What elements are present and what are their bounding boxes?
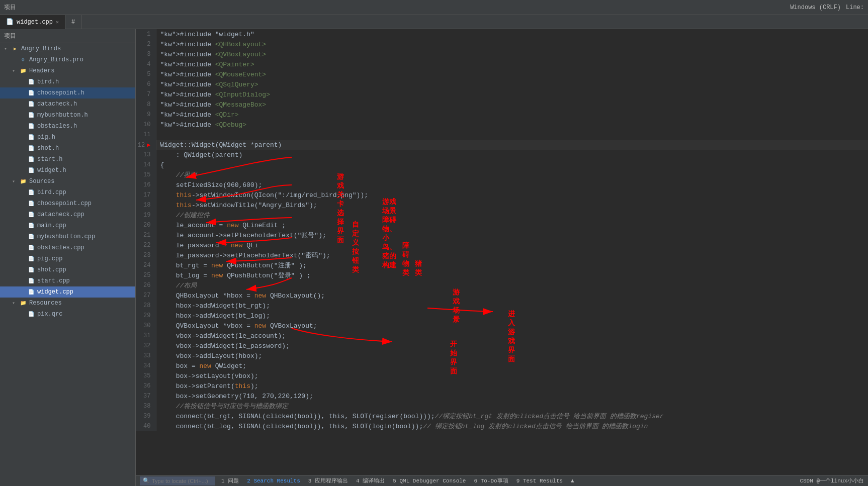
status-item-todo[interactable]: 6 To-Do事项 (470, 475, 512, 487)
tree-item-angry-birds[interactable]: ▾▶Angry_Birds (0, 43, 135, 54)
project-label: 项目 (4, 3, 16, 12)
tree-arrow: ▾ (4, 46, 11, 52)
code-line-3: "kw">#include <QVBoxLayout> (156, 49, 868, 59)
tab-close-icon[interactable]: ✕ (56, 19, 59, 25)
tree-item-mybushbutton-h[interactable]: 📄mybushbutton.h (0, 110, 135, 121)
tree-item-obstacles-h[interactable]: 📄obstacles.h (0, 121, 135, 132)
line-number-13: 13 (136, 150, 156, 160)
code-line-34: box = new QWidget; (156, 361, 868, 371)
tree-item-label: datacheck.h (37, 101, 77, 108)
tree-file-icon: 📄 (27, 89, 35, 97)
line-number-21: 21 (136, 230, 156, 240)
tab-widget-cpp[interactable]: 📄 widget.cpp ✕ (0, 15, 65, 29)
code-line-36: box->setParent(this); (156, 381, 868, 391)
tree-file-icon: 📄 (27, 310, 35, 318)
line-number-23: 23 (136, 250, 156, 260)
tab-bar: 📄 widget.cpp ✕ # (0, 15, 868, 29)
tree-item-sources[interactable]: ▾📁Sources (0, 176, 135, 187)
code-line-40: connect(bt_log, SIGNAL(clicked(bool)), t… (156, 421, 868, 431)
windows-crlf-label: Windows (CRLF) (790, 4, 841, 11)
search-box[interactable]: 🔍 (140, 476, 215, 485)
status-item-qml-debugger[interactable]: 5 QML Debugger Console (389, 475, 470, 487)
code-line-33: vbox->addLayout(hbox); (156, 351, 868, 361)
line-number-15: 15 (136, 170, 156, 180)
tree-item-mybushbutton-cpp[interactable]: 📄mybushbutton.cpp (0, 231, 135, 242)
tree-item-angry-birds-pro[interactable]: ⚙Angry_Birds.pro (0, 54, 135, 65)
code-line-23: le_password->setPlaceholderText("密码"); (156, 250, 868, 260)
tree-item-label: Angry_Birds.pro (29, 56, 83, 63)
tab-widget-cpp-label: widget.cpp (17, 19, 53, 26)
tree-item-choosepoint-cpp[interactable]: 📄choosepoint.cpp (0, 198, 135, 209)
status-item-problems[interactable]: 1 问题 (217, 475, 243, 487)
tree-item-start-h[interactable]: 📄start.h (0, 154, 135, 165)
line-number-38: 38 (136, 401, 156, 411)
line-number-10: 10 (136, 120, 156, 130)
tree-item-label: shot.h (37, 145, 59, 152)
tree-file-icon: 📄 (27, 122, 35, 130)
line-number-6: 6 (136, 79, 156, 89)
tree-file-icon: 📄 (27, 155, 35, 163)
status-right: CSDN @一个linux小小白 (800, 477, 864, 484)
code-line-26: //布局 (156, 280, 868, 290)
tree-item-start-cpp[interactable]: 📄start.cpp (0, 275, 135, 286)
line-number-30: 30 (136, 321, 156, 331)
line-number-7: 7 (136, 89, 156, 100)
line-number-20: 20 (136, 220, 156, 230)
line-number-26: 26 (136, 280, 156, 290)
tree-item-shot-cpp[interactable]: 📄shot.cpp (0, 264, 135, 275)
line-number-32: 32 (136, 341, 156, 351)
status-bar: 🔍 1 问题2 Search Results3 应用程序输出4 编译输出5 QM… (136, 475, 868, 486)
tab-hash-label: # (71, 19, 75, 26)
code-line-20: le_account = new QLineEdit ; (156, 220, 868, 230)
code-line-30: QVBoxLayout *vbox = new QVBoxLayout; (156, 321, 868, 331)
tree-item-datacheck-h[interactable]: 📄datacheck.h (0, 99, 135, 110)
line-number-35: 35 (136, 371, 156, 381)
tree-item-pig-cpp[interactable]: 📄pig.cpp (0, 253, 135, 264)
tree-file-icon: 📄 (27, 111, 35, 119)
code-line-39: connect(bt_rgt, SIGNAL(clicked(bool)), t… (156, 411, 868, 421)
tree-file-icon: 📁 (19, 177, 27, 185)
tab-hash[interactable]: # (65, 15, 81, 29)
sidebar-header: 项目 (0, 29, 135, 43)
search-icon: 🔍 (143, 477, 150, 484)
tree-file-icon: ▶ (11, 45, 19, 53)
tree-file-icon: 📄 (27, 244, 35, 252)
code-line-37: box->setGeometry(710, 270,220,120); (156, 391, 868, 401)
tree-item-choosepoint-h[interactable]: 📄choosepoint.h (0, 87, 135, 99)
tree-item-resources[interactable]: ▾📁Resources (0, 298, 135, 309)
tree-item-widget-h[interactable]: 📄widget.h (0, 165, 135, 176)
status-item-search-results[interactable]: 2 Search Results (243, 475, 304, 487)
editor-content[interactable]: 1"kw">#include "widget.h"2"kw">#include … (136, 29, 868, 475)
tree-item-headers[interactable]: ▾📁Headers (0, 65, 135, 76)
status-item-app-output[interactable]: 3 应用程序输出 (304, 475, 352, 487)
sidebar: 项目 ▾▶Angry_Birds⚙Angry_Birds.pro▾📁Header… (0, 29, 136, 486)
line-number-24: 24 (136, 260, 156, 270)
line-number-3: 3 (136, 49, 156, 59)
tree-item-bird-cpp[interactable]: 📄bird.cpp (0, 187, 135, 198)
line-number-1: 1 (136, 29, 156, 39)
tree-item-label: mybushbutton.cpp (37, 233, 95, 240)
tree-arrow: ▾ (12, 178, 19, 184)
tree-item-pix-qrc[interactable]: 📄pix.qrc (0, 309, 135, 320)
search-input[interactable] (152, 478, 212, 484)
tree-item-main-cpp[interactable]: 📄main.cpp (0, 220, 135, 231)
tree-item-shot-h[interactable]: 📄shot.h (0, 143, 135, 154)
status-item-compile-output[interactable]: 4 编译输出 (352, 475, 389, 487)
status-item-test-results[interactable]: 9 Test Results (512, 475, 567, 487)
tree-item-label: widget.h (37, 167, 66, 174)
tree-item-datacheck-cpp[interactable]: 📄datacheck.cpp (0, 209, 135, 220)
tree-file-icon: 📄 (27, 255, 35, 263)
tree-item-label: bird.cpp (37, 189, 66, 196)
code-line-7: "kw">#include <QInputDialog> (156, 89, 868, 100)
editor-area: 1"kw">#include "widget.h"2"kw">#include … (136, 29, 868, 486)
code-line-5: "kw">#include <QMouseEvent> (156, 69, 868, 79)
tree-item-bird-h[interactable]: 📄bird.h (0, 76, 135, 87)
tree-item-pig-h[interactable]: 📄pig.h (0, 132, 135, 143)
code-line-19: //创建控件 (156, 210, 868, 220)
tree-item-widget-cpp[interactable]: 📄widget.cpp (0, 286, 135, 298)
tree-file-icon: 📄 (27, 166, 35, 174)
tree-arrow: ▾ (12, 68, 19, 74)
status-item-expand[interactable]: ▲ (567, 475, 578, 487)
tree-item-obstacles-cpp[interactable]: 📄obstacles.cpp (0, 242, 135, 253)
code-line-16: setFixedSize(960,600); (156, 180, 868, 190)
